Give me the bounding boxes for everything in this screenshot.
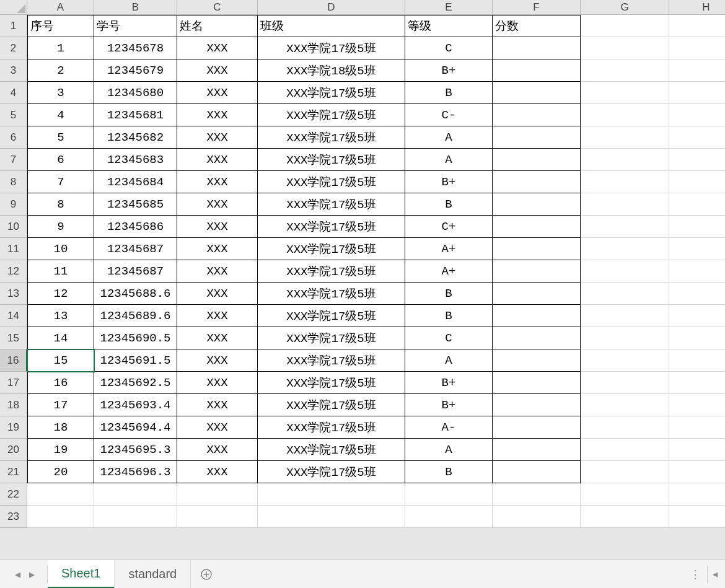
tab-prev-button[interactable]: ◂ [15,568,20,581]
cell-F13[interactable] [493,283,581,305]
cell-C23[interactable] [177,506,258,528]
cell-A22[interactable] [27,483,94,506]
scroll-left-icon[interactable]: ◂ [713,568,718,580]
cell-B11[interactable]: 12345687 [94,238,177,260]
cell-A15[interactable]: 14 [27,327,94,349]
cell-E17[interactable]: B+ [405,372,493,394]
cell-B17[interactable]: 12345692.5 [94,372,177,394]
cell-B23[interactable] [94,506,177,528]
row-header-9[interactable]: 9 [0,193,27,216]
column-header-A[interactable]: A [27,0,94,15]
cell-B19[interactable]: 12345694.4 [94,416,177,439]
cell-F14[interactable] [493,305,581,327]
cell-B21[interactable]: 12345696.3 [94,461,177,483]
cell-H14[interactable] [669,305,725,327]
cell-A3[interactable]: 2 [27,59,94,82]
cell-D3[interactable]: XXX学院18级5班 [258,59,405,82]
cell-B22[interactable] [94,483,177,506]
cell-D15[interactable]: XXX学院17级5班 [258,327,405,349]
cell-B4[interactable]: 12345680 [94,82,177,104]
cell-D13[interactable]: XXX学院17级5班 [258,283,405,305]
cell-C18[interactable]: XXX [177,394,258,416]
column-header-F[interactable]: F [493,0,581,15]
cell-D7[interactable]: XXX学院17级5班 [258,149,405,171]
cell-C21[interactable]: XXX [177,461,258,483]
cell-G4[interactable] [581,82,669,104]
row-header-21[interactable]: 21 [0,461,27,483]
cell-F2[interactable] [493,37,581,59]
cell-E10[interactable]: C+ [405,216,493,238]
cell-E3[interactable]: B+ [405,59,493,82]
column-header-E[interactable]: E [405,0,493,15]
cell-H13[interactable] [669,283,725,305]
cell-D4[interactable]: XXX学院17级5班 [258,82,405,104]
row-header-5[interactable]: 5 [0,104,27,126]
cell-F8[interactable] [493,171,581,193]
cell-A18[interactable]: 17 [27,394,94,416]
cell-F12[interactable] [493,260,581,283]
cell-B16[interactable]: 12345691.5 [94,349,177,372]
cell-A8[interactable]: 7 [27,171,94,193]
cell-E6[interactable]: A [405,126,493,149]
cell-H18[interactable] [669,394,725,416]
cell-E21[interactable]: B [405,461,493,483]
cell-A2[interactable]: 1 [27,37,94,59]
row-header-1[interactable]: 1 [0,15,27,37]
cell-A7[interactable]: 6 [27,149,94,171]
cell-G22[interactable] [581,483,669,506]
cell-F4[interactable] [493,82,581,104]
cell-B20[interactable]: 12345695.3 [94,439,177,461]
row-header-6[interactable]: 6 [0,126,27,149]
cell-D8[interactable]: XXX学院17级5班 [258,171,405,193]
cell-A20[interactable]: 19 [27,439,94,461]
cell-A5[interactable]: 4 [27,104,94,126]
cell-C6[interactable]: XXX [177,126,258,149]
cell-C2[interactable]: XXX [177,37,258,59]
cell-H20[interactable] [669,439,725,461]
row-header-20[interactable]: 20 [0,439,27,461]
cell-H7[interactable] [669,149,725,171]
sheet-tab-standard[interactable]: standard [115,560,191,589]
cell-E18[interactable]: B+ [405,394,493,416]
cell-G15[interactable] [581,327,669,349]
cell-C14[interactable]: XXX [177,305,258,327]
cell-C22[interactable] [177,483,258,506]
cell-B18[interactable]: 12345693.4 [94,394,177,416]
cell-C16[interactable]: XXX [177,349,258,372]
cell-C11[interactable]: XXX [177,238,258,260]
cell-E13[interactable]: B [405,283,493,305]
cell-D10[interactable]: XXX学院17级5班 [258,216,405,238]
cell-E16[interactable]: A [405,349,493,372]
cell-F21[interactable] [493,461,581,483]
cell-A21[interactable]: 20 [27,461,94,483]
row-header-19[interactable]: 19 [0,416,27,439]
row-header-2[interactable]: 2 [0,37,27,59]
cell-D20[interactable]: XXX学院17级5班 [258,439,405,461]
row-header-11[interactable]: 11 [0,238,27,260]
cell-E12[interactable]: A+ [405,260,493,283]
cell-A19[interactable]: 18 [27,416,94,439]
cell-B10[interactable]: 12345686 [94,216,177,238]
cell-C20[interactable]: XXX [177,439,258,461]
cell-A13[interactable]: 12 [27,283,94,305]
cell-B3[interactable]: 12345679 [94,59,177,82]
cell-G2[interactable] [581,37,669,59]
row-header-17[interactable]: 17 [0,372,27,394]
cell-H9[interactable] [669,193,725,216]
cell-E19[interactable]: A- [405,416,493,439]
cell-E22[interactable] [405,483,493,506]
select-all-corner[interactable] [0,0,27,15]
cell-A4[interactable]: 3 [27,82,94,104]
cell-H8[interactable] [669,171,725,193]
cell-F1[interactable]: 分数 [493,15,581,37]
cell-C7[interactable]: XXX [177,149,258,171]
cell-H17[interactable] [669,372,725,394]
column-header-C[interactable]: C [177,0,258,15]
cell-G23[interactable] [581,506,669,528]
cell-D1[interactable]: 班级 [258,15,405,37]
cell-D18[interactable]: XXX学院17级5班 [258,394,405,416]
cell-C1[interactable]: 姓名 [177,15,258,37]
column-header-H[interactable]: H [669,0,725,15]
cell-D16[interactable]: XXX学院17级5班 [258,349,405,372]
cell-F10[interactable] [493,216,581,238]
